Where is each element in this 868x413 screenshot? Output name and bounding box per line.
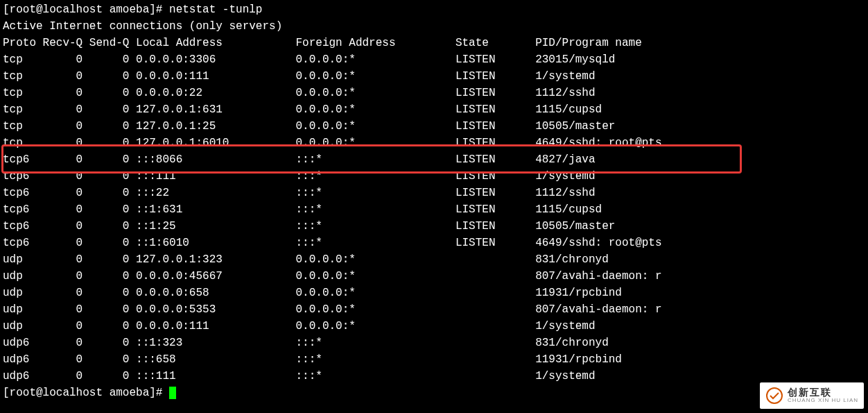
- netstat-row: tcp 0 0 0.0.0.0:3306 0.0.0.0:* LISTEN 23…: [3, 51, 865, 68]
- netstat-row: tcp6 0 0 :::111 :::* LISTEN 1/systemd: [3, 168, 865, 185]
- netstat-row: tcp 0 0 0.0.0.0:22 0.0.0.0:* LISTEN 1112…: [3, 85, 865, 101]
- netstat-row: tcp6 0 0 :::22 :::* LISTEN 1112/sshd: [3, 185, 865, 201]
- command-line: [root@localhost amoeba]# netstat -tunlp: [3, 1, 865, 18]
- netstat-row: tcp 0 0 127.0.0.1:25 0.0.0.0:* LISTEN 10…: [3, 118, 865, 135]
- typed-command: netstat -tunlp: [169, 3, 262, 16]
- netstat-row: udp 0 0 0.0.0.0:658 0.0.0.0:* 11931/rpcb…: [3, 285, 865, 301]
- watermark-badge: 创新互联 CHUANG XIN HU LIAN: [760, 382, 864, 409]
- netstat-row: tcp6 0 0 ::1:25 :::* LISTEN 10505/master: [3, 218, 865, 235]
- netstat-row: tcp6 0 0 ::1:631 :::* LISTEN 1115/cupsd: [3, 201, 865, 218]
- watermark-subtitle: CHUANG XIN HU LIAN: [788, 398, 858, 404]
- shell-prompt: [root@localhost amoeba]#: [3, 387, 169, 399]
- cursor-icon: [169, 387, 176, 399]
- netstat-row: tcp 0 0 127.0.0.1:631 0.0.0.0:* LISTEN 1…: [3, 101, 865, 118]
- netstat-row: udp6 0 0 :::111 :::* 1/systemd: [3, 368, 865, 385]
- netstat-row: tcp 0 0 127.0.0.1:6010 0.0.0.0:* LISTEN …: [3, 135, 865, 151]
- netstat-row: udp 0 0 0.0.0.0:111 0.0.0.0:* 1/systemd: [3, 318, 865, 335]
- output-header: Active Internet connections (only server…: [3, 18, 865, 35]
- netstat-row: tcp6 0 0 :::8066 :::* LISTEN 4827/java: [3, 151, 865, 168]
- trailing-prompt-line[interactable]: [root@localhost amoeba]#: [3, 385, 865, 401]
- svg-point-0: [767, 388, 782, 403]
- netstat-row: tcp6 0 0 ::1:6010 :::* LISTEN 4649/sshd:…: [3, 235, 865, 251]
- netstat-row: tcp 0 0 0.0.0.0:111 0.0.0.0:* LISTEN 1/s…: [3, 68, 865, 85]
- shell-prompt: [root@localhost amoeba]#: [3, 3, 169, 16]
- netstat-row: udp 0 0 127.0.0.1:323 0.0.0.0:* 831/chro…: [3, 251, 865, 268]
- watermark-title: 创新互联: [788, 387, 858, 398]
- netstat-row: udp 0 0 0.0.0.0:45667 0.0.0.0:* 807/avah…: [3, 268, 865, 285]
- netstat-row: udp6 0 0 :::658 :::* 11931/rpcbind: [3, 351, 865, 368]
- column-headers: Proto Recv-Q Send-Q Local Address Foreig…: [3, 35, 865, 51]
- watermark-logo-icon: [765, 387, 783, 405]
- netstat-rows: tcp 0 0 0.0.0.0:3306 0.0.0.0:* LISTEN 23…: [3, 51, 865, 385]
- netstat-row: udp6 0 0 ::1:323 :::* 831/chronyd: [3, 335, 865, 351]
- netstat-row: udp 0 0 0.0.0.0:5353 0.0.0.0:* 807/avahi…: [3, 301, 865, 318]
